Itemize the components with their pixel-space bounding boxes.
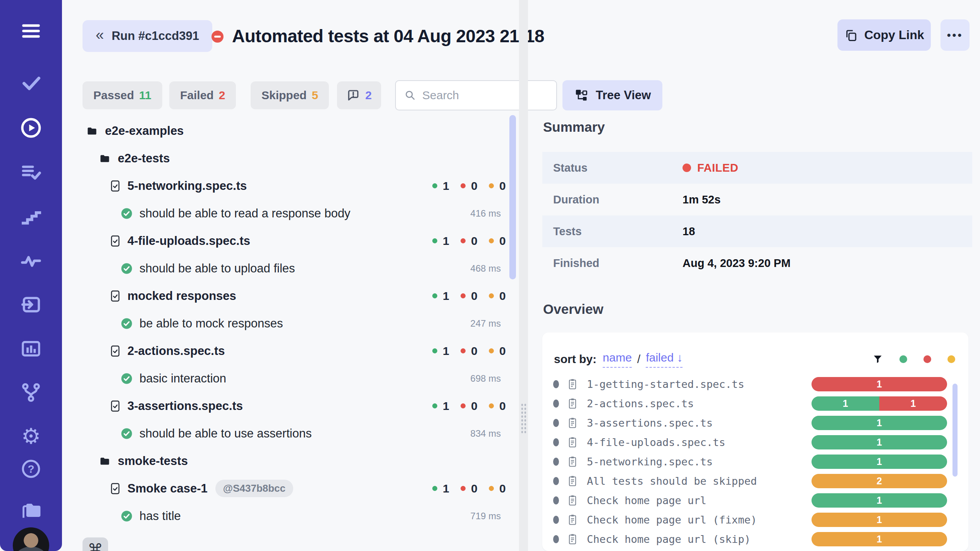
list-check-icon[interactable] — [0, 162, 62, 183]
tree-row-folder[interactable]: e2e-examples — [83, 117, 516, 145]
summary-row-status: Status FAILED — [542, 152, 972, 184]
skipped-dot — [489, 293, 494, 298]
command-key-icon: ⌘ — [88, 541, 103, 551]
overview-card: sort by: name / failed ↓ 1-getting-start… — [542, 332, 968, 551]
overview-row[interactable]: All tests should be skipped 2 — [542, 471, 968, 491]
skipped-dot — [489, 348, 494, 353]
overview-row[interactable]: 3-assertions.spec.ts 1 — [542, 413, 968, 432]
play-circle-icon[interactable] — [0, 117, 62, 139]
tree-row-test[interactable]: has title 719 ms — [83, 502, 516, 530]
overview-row[interactable]: Check home page url 1 — [542, 491, 968, 510]
tree-row-test[interactable]: should be able to use assertions 834 ms — [83, 420, 516, 447]
overview-row[interactable]: 4-file-uploads.spec.ts 1 — [542, 432, 968, 452]
tree-row-test[interactable]: should be able to upload files 468 ms — [83, 255, 516, 282]
panel-splitter[interactable] — [519, 0, 528, 551]
pulse-icon[interactable] — [0, 250, 62, 271]
test-tree: e2e-examples e2e-tests 5-networking.spec… — [83, 117, 516, 530]
result-bar: 1 — [812, 377, 947, 391]
search-icon — [404, 90, 416, 101]
overview-row[interactable]: Check home page url (skip) 1 — [542, 529, 968, 549]
spec-file-icon — [110, 235, 120, 247]
tree-row-test[interactable]: be able to mock responses 247 ms — [83, 310, 516, 337]
result-bar: 11 — [812, 396, 947, 411]
result-bar: 1 — [812, 435, 947, 449]
folders-icon[interactable] — [0, 499, 62, 522]
sign-in-icon[interactable] — [0, 294, 62, 315]
clipboard-icon — [567, 436, 578, 448]
tree-row-spec[interactable]: 3-assertions.spec.ts 1 0 0 — [83, 392, 516, 420]
failed-dot — [461, 486, 466, 491]
git-branch-icon[interactable] — [0, 382, 62, 403]
filter-failed[interactable]: Failed2 — [169, 81, 236, 109]
folder-icon — [86, 126, 98, 136]
filter-passed-dot[interactable] — [899, 355, 907, 363]
check-icon[interactable] — [0, 72, 62, 93]
spec-bullet-icon — [553, 380, 559, 388]
back-to-run-button[interactable]: « Run #c1ccd391 — [83, 20, 212, 52]
passed-dot — [432, 293, 437, 298]
tree-scrollbar[interactable] — [509, 115, 516, 279]
spec-file-icon — [110, 400, 120, 412]
tree-row-spec[interactable]: 2-actions.spec.ts 1 0 0 — [83, 337, 516, 365]
test-duration: 719 ms — [470, 511, 501, 522]
filter-skipped[interactable]: Skipped5 — [251, 81, 329, 109]
skipped-dot — [489, 403, 494, 408]
folder-icon — [99, 153, 111, 164]
passed-dot — [432, 486, 437, 491]
spec-file-icon — [110, 180, 120, 192]
tree-row-spec[interactable]: 4-file-uploads.spec.ts 1 0 0 — [83, 227, 516, 255]
spec-bullet-icon — [553, 496, 559, 505]
skipped-dot — [489, 183, 494, 188]
filter-flaky[interactable]: 2 — [337, 81, 381, 109]
avatar[interactable] — [13, 527, 49, 551]
failed-dot — [461, 348, 466, 353]
test-passed-icon — [121, 263, 132, 274]
passed-dot — [432, 183, 437, 188]
steps-icon[interactable] — [0, 206, 62, 227]
bar-chart-icon[interactable] — [0, 338, 62, 360]
overview-row[interactable]: Check home page url (fixme) 1 — [542, 510, 968, 529]
tree-row-test[interactable]: basic interaction 698 ms — [83, 365, 516, 392]
filter-skipped-dot[interactable] — [947, 355, 955, 363]
svg-text:?: ? — [28, 463, 34, 475]
spec-bullet-icon — [553, 516, 559, 524]
result-bar: 1 — [812, 493, 947, 508]
test-duration: 698 ms — [470, 373, 501, 384]
filter-funnel-icon[interactable] — [872, 354, 883, 365]
command-palette-button[interactable]: ⌘ — [83, 537, 108, 551]
spec-file-icon — [110, 290, 120, 302]
test-duration: 247 ms — [470, 318, 501, 329]
skipped-dot — [489, 486, 494, 491]
tree-row-folder[interactable]: e2e-tests — [83, 145, 516, 172]
gear-icon[interactable]: ⚙ — [0, 425, 62, 447]
failed-dot — [461, 403, 466, 408]
double-chevron-left-icon: « — [96, 28, 104, 45]
result-bar: 1 — [812, 532, 947, 546]
overview-row[interactable]: 1-getting-started.spec.ts 1 — [542, 374, 968, 394]
tree-row-folder[interactable]: smoke-tests — [83, 447, 516, 475]
test-passed-icon — [121, 428, 132, 439]
filter-failed-dot[interactable] — [923, 355, 931, 363]
failed-dot — [461, 293, 466, 298]
sort-by-failed-link[interactable]: failed ↓ — [646, 351, 683, 368]
summary-table: Status FAILED Duration 1m 52s Tests 18 F… — [542, 152, 972, 279]
tree-row-spec[interactable]: 5-networking.spec.ts 1 0 0 — [83, 172, 516, 200]
sort-by-name-link[interactable]: name — [603, 351, 632, 368]
tree-row-test[interactable]: should be able to read a response body 4… — [83, 200, 516, 227]
help-icon[interactable]: ? — [0, 459, 62, 479]
tree-row-spec[interactable]: mocked responses 1 0 0 — [83, 282, 516, 310]
overview-scrollbar[interactable] — [952, 384, 958, 477]
menu-icon[interactable] — [0, 21, 62, 41]
spec-file-icon — [110, 482, 120, 495]
filter-passed[interactable]: Passed11 — [83, 81, 162, 109]
search-box[interactable] — [395, 80, 557, 110]
passed-dot — [432, 238, 437, 243]
clipboard-icon — [567, 398, 578, 410]
summary-row-duration: Duration 1m 52s — [542, 184, 972, 215]
spec-bullet-icon — [553, 438, 559, 446]
summary-row-tests: Tests 18 — [542, 215, 972, 247]
tree-row-spec[interactable]: Smoke case-1 @S437b8bcc 1 0 0 — [83, 475, 516, 502]
overview-row[interactable]: 2-actions.spec.ts 11 — [542, 394, 968, 413]
overview-row[interactable]: 5-networking.spec.ts 1 — [542, 452, 968, 471]
status-failed-dot — [683, 164, 691, 172]
